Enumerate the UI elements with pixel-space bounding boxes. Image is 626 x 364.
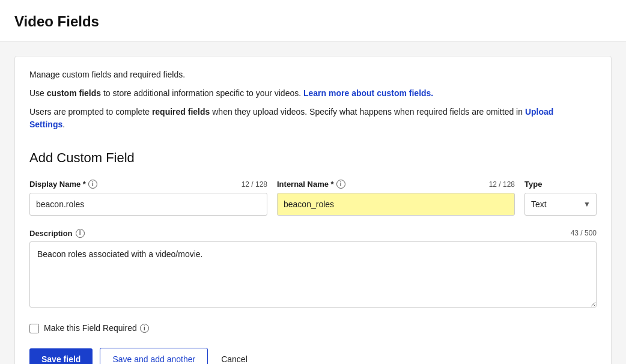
upload-settings-link[interactable]: UploadSettings <box>29 107 553 129</box>
action-buttons: Save field Save and add another Cancel <box>29 348 597 364</box>
required-checkbox[interactable] <box>29 324 39 333</box>
cancel-button[interactable]: Cancel <box>215 348 254 364</box>
description-section: Description i 43 / 500 Beacon roles asso… <box>29 228 597 312</box>
required-checkbox-label[interactable]: Make this Field Required i <box>44 322 149 335</box>
type-select[interactable]: Text List Date Boolean <box>524 193 597 216</box>
save-field-button[interactable]: Save field <box>29 348 93 364</box>
type-label-row: Type <box>524 178 597 190</box>
type-label: Type <box>524 178 542 190</box>
description-label-row: Description i 43 / 500 <box>29 228 597 240</box>
internal-name-input[interactable] <box>277 193 515 216</box>
learn-more-link[interactable]: Learn more about custom fields. <box>303 88 433 98</box>
description-info-icon[interactable]: i <box>76 229 85 238</box>
save-and-add-button[interactable]: Save and add another <box>100 348 208 364</box>
required-checkbox-row: Make this Field Required i <box>29 322 597 335</box>
page-title: Video Fields <box>14 11 612 32</box>
description-count: 43 / 500 <box>571 228 597 238</box>
display-name-info-icon[interactable]: i <box>88 180 97 189</box>
page-container: Video Fields Manage custom fields and re… <box>0 0 626 364</box>
display-name-count: 12 / 128 <box>242 179 267 190</box>
display-name-label: Display Name * <box>29 178 86 190</box>
info-line1: Manage custom fields and required fields… <box>29 68 597 81</box>
display-name-input[interactable] <box>29 193 267 216</box>
info-line3: Users are prompted to complete required … <box>29 106 597 131</box>
section-title: Add Custom Field <box>29 148 597 168</box>
display-name-label-row: Display Name * i 12 / 128 <box>29 178 267 190</box>
internal-name-count: 12 / 128 <box>489 179 515 190</box>
description-label: Description <box>29 228 73 240</box>
info-line2: Use custom fields to store additional in… <box>29 87 597 100</box>
type-group: Type Text List Date Boolean ▼ <box>524 178 597 216</box>
description-textarea[interactable]: Beacon roles associated with a video/mov… <box>29 241 597 308</box>
required-info-icon[interactable]: i <box>140 324 149 333</box>
display-name-group: Display Name * i 12 / 128 <box>29 178 267 216</box>
page-header: Video Fields <box>0 0 626 41</box>
description-block: Manage custom fields and required fields… <box>14 56 612 364</box>
fields-top-row: Display Name * i 12 / 128 Internal Name … <box>29 178 597 216</box>
internal-name-group: Internal Name * i 12 / 128 <box>277 178 515 216</box>
internal-name-label: Internal Name * <box>277 178 334 190</box>
internal-name-info-icon[interactable]: i <box>336 180 345 189</box>
internal-name-label-row: Internal Name * i 12 / 128 <box>277 178 515 190</box>
page-body: Manage custom fields and required fields… <box>0 41 626 364</box>
type-select-wrapper: Text List Date Boolean ▼ <box>524 193 597 216</box>
